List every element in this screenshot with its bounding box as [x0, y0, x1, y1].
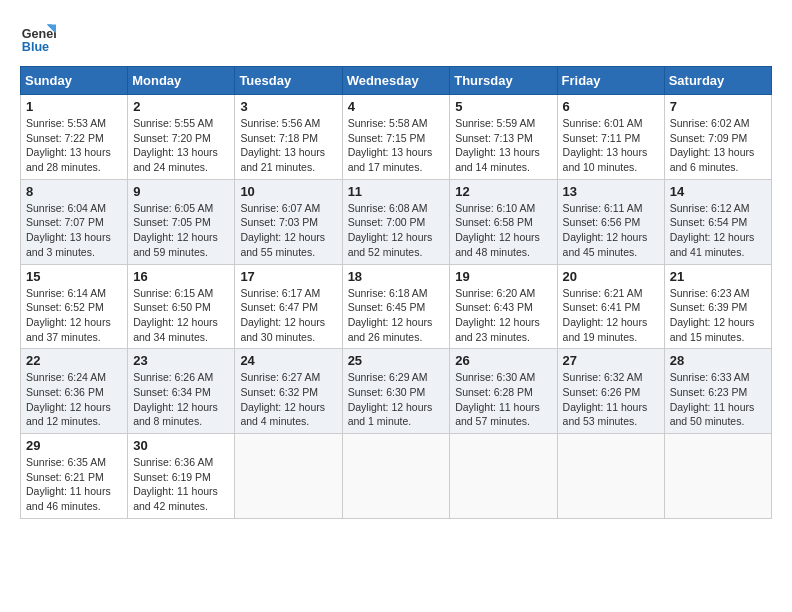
empty-cell: [557, 434, 664, 519]
day-info: Sunrise: 6:15 AMSunset: 6:50 PMDaylight:…: [133, 287, 218, 343]
day-number: 17: [240, 269, 336, 284]
header-sunday: Sunday: [21, 67, 128, 95]
day-info: Sunrise: 6:08 AMSunset: 7:00 PMDaylight:…: [348, 202, 433, 258]
day-info: Sunrise: 6:26 AMSunset: 6:34 PMDaylight:…: [133, 371, 218, 427]
day-info: Sunrise: 6:02 AMSunset: 7:09 PMDaylight:…: [670, 117, 755, 173]
header-thursday: Thursday: [450, 67, 557, 95]
empty-cell: [342, 434, 450, 519]
table-row: 2 Sunrise: 5:55 AMSunset: 7:20 PMDayligh…: [128, 95, 235, 180]
day-info: Sunrise: 6:33 AMSunset: 6:23 PMDaylight:…: [670, 371, 755, 427]
calendar-table: Sunday Monday Tuesday Wednesday Thursday…: [20, 66, 772, 519]
day-info: Sunrise: 6:32 AMSunset: 6:26 PMDaylight:…: [563, 371, 648, 427]
day-info: Sunrise: 5:53 AMSunset: 7:22 PMDaylight:…: [26, 117, 111, 173]
day-info: Sunrise: 6:07 AMSunset: 7:03 PMDaylight:…: [240, 202, 325, 258]
table-row: 26 Sunrise: 6:30 AMSunset: 6:28 PMDaylig…: [450, 349, 557, 434]
table-row: 7 Sunrise: 6:02 AMSunset: 7:09 PMDayligh…: [664, 95, 771, 180]
day-number: 18: [348, 269, 445, 284]
header-saturday: Saturday: [664, 67, 771, 95]
day-number: 5: [455, 99, 551, 114]
day-info: Sunrise: 6:18 AMSunset: 6:45 PMDaylight:…: [348, 287, 433, 343]
table-row: 20 Sunrise: 6:21 AMSunset: 6:41 PMDaylig…: [557, 264, 664, 349]
day-number: 20: [563, 269, 659, 284]
calendar-week-row: 8 Sunrise: 6:04 AMSunset: 7:07 PMDayligh…: [21, 179, 772, 264]
day-number: 27: [563, 353, 659, 368]
table-row: 22 Sunrise: 6:24 AMSunset: 6:36 PMDaylig…: [21, 349, 128, 434]
table-row: 12 Sunrise: 6:10 AMSunset: 6:58 PMDaylig…: [450, 179, 557, 264]
empty-cell: [450, 434, 557, 519]
day-number: 15: [26, 269, 122, 284]
empty-cell: [664, 434, 771, 519]
day-info: Sunrise: 6:29 AMSunset: 6:30 PMDaylight:…: [348, 371, 433, 427]
calendar-week-row: 29 Sunrise: 6:35 AMSunset: 6:21 PMDaylig…: [21, 434, 772, 519]
day-number: 2: [133, 99, 229, 114]
day-info: Sunrise: 6:10 AMSunset: 6:58 PMDaylight:…: [455, 202, 540, 258]
day-info: Sunrise: 5:59 AMSunset: 7:13 PMDaylight:…: [455, 117, 540, 173]
table-row: 29 Sunrise: 6:35 AMSunset: 6:21 PMDaylig…: [21, 434, 128, 519]
day-info: Sunrise: 6:14 AMSunset: 6:52 PMDaylight:…: [26, 287, 111, 343]
day-info: Sunrise: 6:12 AMSunset: 6:54 PMDaylight:…: [670, 202, 755, 258]
header-tuesday: Tuesday: [235, 67, 342, 95]
empty-cell: [235, 434, 342, 519]
table-row: 18 Sunrise: 6:18 AMSunset: 6:45 PMDaylig…: [342, 264, 450, 349]
calendar-week-row: 22 Sunrise: 6:24 AMSunset: 6:36 PMDaylig…: [21, 349, 772, 434]
day-info: Sunrise: 6:23 AMSunset: 6:39 PMDaylight:…: [670, 287, 755, 343]
page-header: General Blue: [20, 20, 772, 56]
day-number: 10: [240, 184, 336, 199]
day-number: 14: [670, 184, 766, 199]
day-number: 4: [348, 99, 445, 114]
day-number: 8: [26, 184, 122, 199]
day-number: 28: [670, 353, 766, 368]
day-info: Sunrise: 5:58 AMSunset: 7:15 PMDaylight:…: [348, 117, 433, 173]
day-number: 3: [240, 99, 336, 114]
table-row: 1 Sunrise: 5:53 AMSunset: 7:22 PMDayligh…: [21, 95, 128, 180]
day-number: 12: [455, 184, 551, 199]
day-info: Sunrise: 6:35 AMSunset: 6:21 PMDaylight:…: [26, 456, 111, 512]
day-info: Sunrise: 6:27 AMSunset: 6:32 PMDaylight:…: [240, 371, 325, 427]
day-number: 1: [26, 99, 122, 114]
table-row: 3 Sunrise: 5:56 AMSunset: 7:18 PMDayligh…: [235, 95, 342, 180]
table-row: 11 Sunrise: 6:08 AMSunset: 7:00 PMDaylig…: [342, 179, 450, 264]
day-number: 9: [133, 184, 229, 199]
day-number: 29: [26, 438, 122, 453]
day-number: 22: [26, 353, 122, 368]
table-row: 8 Sunrise: 6:04 AMSunset: 7:07 PMDayligh…: [21, 179, 128, 264]
day-info: Sunrise: 6:04 AMSunset: 7:07 PMDaylight:…: [26, 202, 111, 258]
day-info: Sunrise: 6:24 AMSunset: 6:36 PMDaylight:…: [26, 371, 111, 427]
day-number: 30: [133, 438, 229, 453]
day-number: 6: [563, 99, 659, 114]
calendar-week-row: 1 Sunrise: 5:53 AMSunset: 7:22 PMDayligh…: [21, 95, 772, 180]
logo-icon: General Blue: [20, 20, 56, 56]
header-monday: Monday: [128, 67, 235, 95]
day-info: Sunrise: 5:56 AMSunset: 7:18 PMDaylight:…: [240, 117, 325, 173]
logo: General Blue: [20, 20, 60, 56]
day-info: Sunrise: 6:30 AMSunset: 6:28 PMDaylight:…: [455, 371, 540, 427]
day-number: 19: [455, 269, 551, 284]
day-info: Sunrise: 5:55 AMSunset: 7:20 PMDaylight:…: [133, 117, 218, 173]
day-info: Sunrise: 6:20 AMSunset: 6:43 PMDaylight:…: [455, 287, 540, 343]
table-row: 30 Sunrise: 6:36 AMSunset: 6:19 PMDaylig…: [128, 434, 235, 519]
day-number: 26: [455, 353, 551, 368]
day-info: Sunrise: 6:21 AMSunset: 6:41 PMDaylight:…: [563, 287, 648, 343]
table-row: 24 Sunrise: 6:27 AMSunset: 6:32 PMDaylig…: [235, 349, 342, 434]
svg-text:Blue: Blue: [22, 40, 49, 54]
table-row: 21 Sunrise: 6:23 AMSunset: 6:39 PMDaylig…: [664, 264, 771, 349]
table-row: 28 Sunrise: 6:33 AMSunset: 6:23 PMDaylig…: [664, 349, 771, 434]
table-row: 5 Sunrise: 5:59 AMSunset: 7:13 PMDayligh…: [450, 95, 557, 180]
day-number: 24: [240, 353, 336, 368]
day-number: 21: [670, 269, 766, 284]
table-row: 9 Sunrise: 6:05 AMSunset: 7:05 PMDayligh…: [128, 179, 235, 264]
calendar-week-row: 15 Sunrise: 6:14 AMSunset: 6:52 PMDaylig…: [21, 264, 772, 349]
day-number: 13: [563, 184, 659, 199]
table-row: 16 Sunrise: 6:15 AMSunset: 6:50 PMDaylig…: [128, 264, 235, 349]
table-row: 17 Sunrise: 6:17 AMSunset: 6:47 PMDaylig…: [235, 264, 342, 349]
day-number: 7: [670, 99, 766, 114]
header-wednesday: Wednesday: [342, 67, 450, 95]
table-row: 15 Sunrise: 6:14 AMSunset: 6:52 PMDaylig…: [21, 264, 128, 349]
day-number: 16: [133, 269, 229, 284]
day-number: 25: [348, 353, 445, 368]
day-number: 11: [348, 184, 445, 199]
table-row: 4 Sunrise: 5:58 AMSunset: 7:15 PMDayligh…: [342, 95, 450, 180]
table-row: 27 Sunrise: 6:32 AMSunset: 6:26 PMDaylig…: [557, 349, 664, 434]
table-row: 13 Sunrise: 6:11 AMSunset: 6:56 PMDaylig…: [557, 179, 664, 264]
table-row: 23 Sunrise: 6:26 AMSunset: 6:34 PMDaylig…: [128, 349, 235, 434]
